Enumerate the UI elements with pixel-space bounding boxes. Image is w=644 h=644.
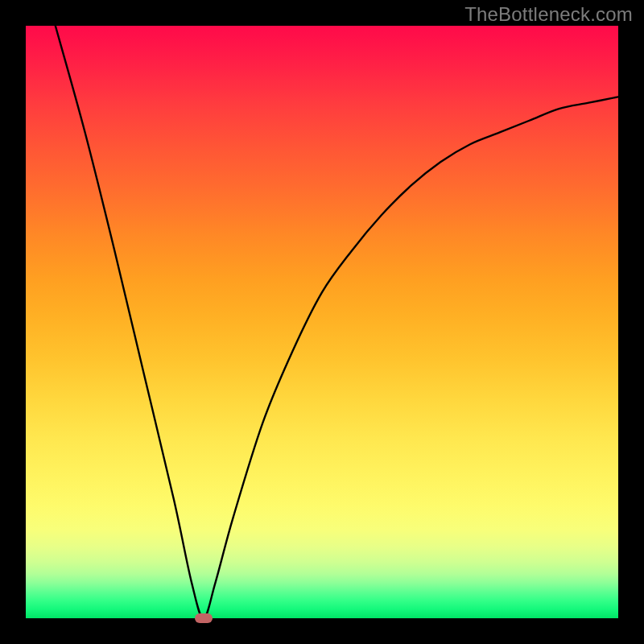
watermark-text: TheBottleneck.com (464, 3, 633, 26)
plot-area (26, 26, 618, 618)
bottleneck-curve (26, 26, 618, 618)
minimum-marker (195, 613, 213, 623)
chart-frame: TheBottleneck.com (0, 0, 644, 644)
